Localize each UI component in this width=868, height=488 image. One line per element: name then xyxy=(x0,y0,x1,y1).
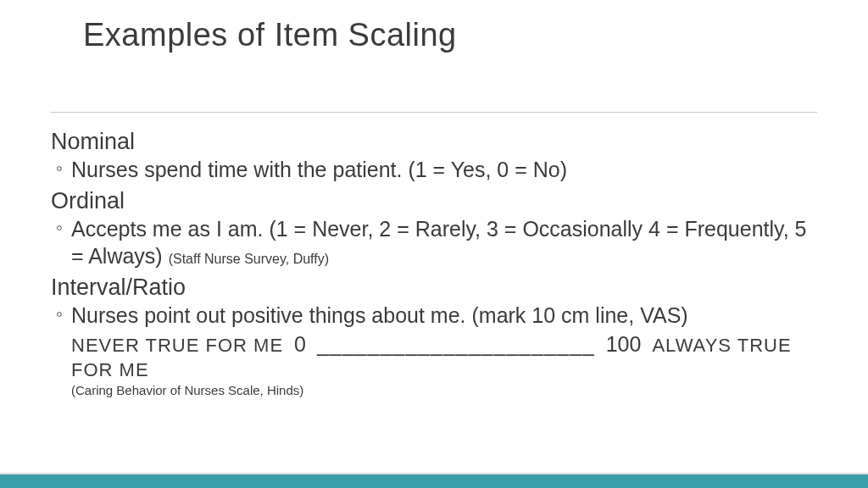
vas-hundred: 100 xyxy=(601,332,647,356)
heading-interval: Interval/Ratio xyxy=(51,274,822,301)
slide-title: Examples of Item Scaling xyxy=(83,17,457,53)
vas-line: ______________________ xyxy=(317,332,595,356)
slide-body: Nominal Nurses spend time with the patie… xyxy=(51,129,822,397)
ordinal-cite: (Staff Nurse Survey, Duffy) xyxy=(169,252,329,266)
horizontal-rule xyxy=(51,112,817,113)
heading-nominal: Nominal xyxy=(51,129,822,155)
bullet-interval: Nurses point out positive things about m… xyxy=(51,302,822,329)
interval-cite: (Caring Behavior of Nurses Scale, Hinds) xyxy=(51,383,822,397)
vas-scale-row: NEVER TRUE FOR ME 0 ____________________… xyxy=(51,332,822,381)
bullet-ordinal: Accepts me as I am. (1 = Never, 2 = Rare… xyxy=(51,216,822,269)
heading-ordinal: Ordinal xyxy=(51,188,822,214)
bullet-nominal: Nurses spend time with the patient. (1 =… xyxy=(51,157,822,183)
footer-accent-bar xyxy=(0,473,868,488)
vas-left-label: NEVER TRUE FOR ME xyxy=(71,335,283,356)
vas-zero: 0 xyxy=(289,332,311,356)
slide: Examples of Item Scaling Nominal Nurses … xyxy=(0,0,868,488)
